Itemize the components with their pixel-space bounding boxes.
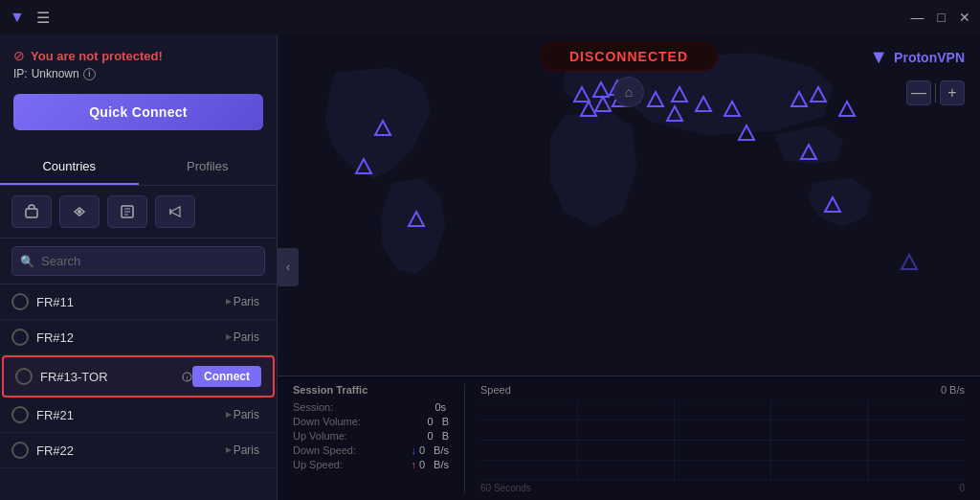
restore-button[interactable]: □: [938, 11, 946, 24]
zoom-out-button[interactable]: —: [906, 80, 931, 105]
svg-marker-10: [375, 121, 390, 135]
svg-marker-11: [356, 159, 371, 173]
filter-secure-core[interactable]: [11, 195, 52, 228]
svg-rect-0: [26, 209, 37, 217]
proton-logo-icon: ▼: [869, 46, 888, 68]
stats-right-header: Speed 0 B/s: [480, 384, 965, 396]
protection-text: You are not protected!: [31, 49, 163, 63]
filter-tor[interactable]: [107, 195, 147, 228]
main-layout: ⊘ You are not protected! IP: Unknown i Q…: [0, 34, 980, 500]
svg-marker-27: [839, 102, 855, 116]
svg-marker-26: [409, 212, 424, 226]
close-button[interactable]: ✕: [959, 11, 970, 24]
time-end-label: 0: [959, 483, 965, 493]
quick-connect-button[interactable]: Quick Connect: [13, 94, 263, 130]
svg-marker-4: [226, 299, 232, 305]
up-speed-value: ↑ 0 B/s: [411, 459, 449, 470]
filter-p2p[interactable]: [59, 195, 100, 228]
server-name-fr21: FR#21: [36, 408, 224, 422]
ip-info-icon[interactable]: i: [83, 68, 96, 80]
svg-marker-12: [574, 87, 590, 102]
minimize-button[interactable]: —: [911, 11, 924, 24]
stat-row-up-volume: Up Volume: 0 B: [293, 430, 449, 442]
server-name-fr13tor: FR#13-TOR: [40, 370, 182, 384]
svg-text:i: i: [187, 375, 189, 381]
server-list: FR#11 Paris FR#12 Paris FR#13-TOR i Conn…: [0, 284, 277, 500]
zoom-in-button[interactable]: +: [940, 80, 965, 105]
server-status-fr13tor: [15, 368, 33, 385]
server-location-fr11: Paris: [234, 295, 259, 308]
server-arrow-fr21: [224, 410, 234, 420]
ip-value: Unknown: [32, 67, 79, 80]
search-container: 🔍: [0, 239, 277, 284]
protonvpn-icon: ▼: [10, 9, 25, 26]
server-item-fr12[interactable]: FR#12 Paris: [0, 320, 277, 355]
down-speed-value: ↓ 0 B/s: [411, 444, 449, 456]
svg-marker-23: [811, 87, 826, 102]
disconnected-badge: DISCONNECTED: [540, 42, 718, 71]
menu-icon[interactable]: ☰: [36, 9, 50, 27]
tabs: Countries Profiles: [0, 149, 277, 186]
filter-streaming[interactable]: [155, 195, 195, 228]
tab-countries[interactable]: Countries: [0, 149, 139, 185]
svg-point-1: [78, 210, 81, 214]
down-arrow-icon: ↓: [411, 444, 416, 456]
titlebar-left: ▼ ☰: [10, 9, 50, 27]
down-speed-label: Down Speed:: [293, 444, 356, 456]
svg-marker-8: [226, 412, 232, 418]
session-traffic-label: Session Traffic: [293, 384, 449, 396]
protection-status: ⊘ You are not protected!: [13, 48, 263, 63]
server-item-fr13tor[interactable]: FR#13-TOR i Connect: [2, 355, 275, 398]
server-name-fr12: FR#12: [36, 330, 224, 345]
svg-marker-29: [648, 92, 663, 106]
svg-marker-24: [739, 125, 754, 140]
connect-button-fr13tor[interactable]: Connect: [192, 366, 261, 387]
session-label: Session:: [293, 401, 333, 413]
svg-marker-30: [672, 87, 687, 102]
server-status-fr21: [11, 406, 29, 423]
server-item-fr22[interactable]: FR#22 Paris: [0, 433, 277, 468]
svg-marker-21: [724, 102, 740, 116]
time-labels: 60 Seconds 0: [480, 483, 965, 493]
sidebar: ⊘ You are not protected! IP: Unknown i Q…: [0, 34, 278, 500]
server-arrow-fr12: [224, 332, 234, 342]
svg-marker-19: [667, 106, 682, 121]
time-start-label: 60 Seconds: [480, 483, 531, 493]
collapse-sidebar-button[interactable]: ‹: [278, 248, 299, 286]
warning-icon: ⊘: [13, 48, 25, 63]
up-volume-label: Up Volume:: [293, 430, 347, 442]
right-panel: ‹ DISCONNECTED ⌂ ▼ ProtonVPN — +: [278, 34, 980, 500]
speed-chart: [480, 399, 965, 481]
filter-bar: [0, 186, 277, 239]
protonvpn-logo: ▼ ProtonVPN: [869, 46, 965, 68]
tab-profiles[interactable]: Profiles: [139, 149, 278, 185]
titlebar: ▼ ☰ — □ ✕: [0, 0, 980, 34]
server-item-fr21[interactable]: FR#21 Paris: [0, 398, 277, 433]
search-icon: 🔍: [20, 255, 34, 268]
svg-marker-5: [226, 334, 232, 340]
window-controls: — □ ✕: [911, 11, 970, 24]
stats-right: Speed 0 B/s: [465, 384, 965, 493]
speed-value: 0 B/s: [941, 384, 965, 396]
svg-marker-18: [581, 102, 596, 116]
svg-marker-9: [226, 447, 232, 453]
server-status-fr22: [11, 442, 29, 459]
zoom-controls: — +: [906, 80, 965, 105]
stat-row-down-speed: Down Speed: ↓ 0 B/s: [293, 444, 449, 456]
server-status-fr11: [11, 293, 29, 310]
chart-svg: [480, 399, 965, 481]
server-status-fr12: [11, 329, 29, 346]
stats-left: Session Traffic Session: 0s Down Volume:…: [293, 384, 465, 493]
search-input[interactable]: [11, 246, 265, 276]
svg-marker-31: [902, 255, 917, 269]
stat-row-down-volume: Down Volume: 0 B: [293, 416, 449, 427]
search-wrapper: 🔍: [11, 246, 265, 276]
server-name-fr11: FR#11: [36, 295, 224, 309]
session-value: 0s: [434, 401, 449, 413]
server-item-fr11[interactable]: FR#11 Paris: [0, 284, 277, 320]
svg-marker-28: [801, 145, 816, 159]
stat-row-session: Session: 0s: [293, 401, 449, 413]
home-button[interactable]: ⌂: [613, 77, 644, 107]
header-bar: DISCONNECTED ⌂ ▼ ProtonVPN — +: [278, 34, 980, 50]
down-volume-label: Down Volume:: [293, 416, 361, 427]
